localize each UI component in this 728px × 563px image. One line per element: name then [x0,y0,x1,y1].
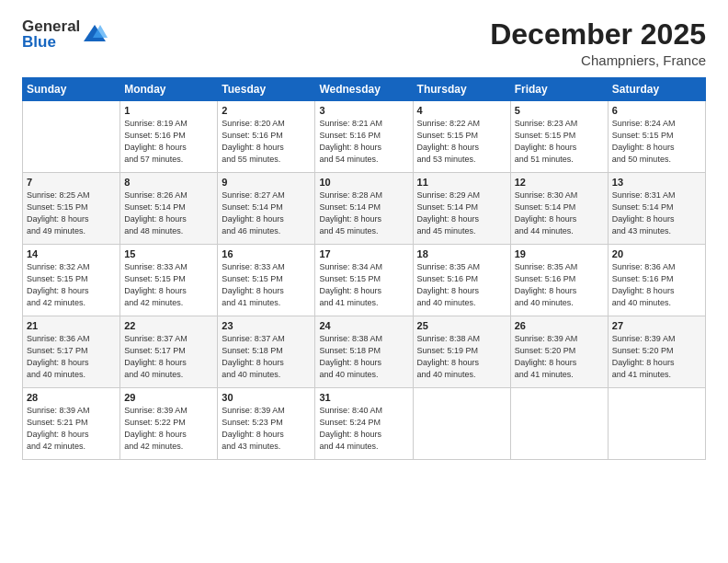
weekday-header-tuesday: Tuesday [218,78,315,101]
day-number: 10 [319,177,408,188]
day-info: Sunrise: 8:29 AM Sunset: 5:14 PM Dayligh… [417,190,506,237]
day-info: Sunrise: 8:30 AM Sunset: 5:14 PM Dayligh… [515,190,604,237]
day-info: Sunrise: 8:39 AM Sunset: 5:20 PM Dayligh… [612,333,701,381]
calendar-cell: 7Sunrise: 8:25 AM Sunset: 5:15 PM Daylig… [23,173,120,245]
calendar-cell: 14Sunrise: 8:32 AM Sunset: 5:15 PM Dayli… [23,245,120,316]
day-number: 7 [27,177,116,188]
location: Champniers, France [490,52,706,68]
calendar-cell: 27Sunrise: 8:39 AM Sunset: 5:20 PM Dayli… [608,316,705,388]
calendar-cell: 12Sunrise: 8:30 AM Sunset: 5:14 PM Dayli… [510,173,608,245]
day-number: 16 [222,248,311,259]
day-number: 3 [319,105,408,116]
logo-icon [82,21,108,47]
calendar-cell: 17Sunrise: 8:34 AM Sunset: 5:15 PM Dayli… [315,245,413,316]
logo-general: General [22,18,80,34]
day-number: 15 [124,248,213,259]
day-number: 4 [417,105,506,116]
day-number: 21 [27,320,116,331]
calendar-cell: 20Sunrise: 8:36 AM Sunset: 5:16 PM Dayli… [608,245,705,316]
week-row-5: 28Sunrise: 8:39 AM Sunset: 5:21 PM Dayli… [23,388,706,460]
day-number: 26 [515,320,604,331]
calendar-cell: 19Sunrise: 8:35 AM Sunset: 5:16 PM Dayli… [510,245,608,316]
calendar-cell: 18Sunrise: 8:35 AM Sunset: 5:16 PM Dayli… [413,245,510,316]
day-info: Sunrise: 8:35 AM Sunset: 5:16 PM Dayligh… [417,261,506,309]
weekday-header-thursday: Thursday [413,78,510,101]
week-row-3: 14Sunrise: 8:32 AM Sunset: 5:15 PM Dayli… [23,245,706,316]
calendar-cell: 30Sunrise: 8:39 AM Sunset: 5:23 PM Dayli… [218,388,315,460]
day-info: Sunrise: 8:19 AM Sunset: 5:16 PM Dayligh… [124,118,213,166]
calendar-cell: 15Sunrise: 8:33 AM Sunset: 5:15 PM Dayli… [120,245,218,316]
day-number: 13 [612,177,701,188]
day-number: 25 [417,320,506,331]
week-row-1: 1Sunrise: 8:19 AM Sunset: 5:16 PM Daylig… [23,101,706,173]
calendar-cell: 25Sunrise: 8:38 AM Sunset: 5:19 PM Dayli… [413,316,510,388]
calendar-cell: 26Sunrise: 8:39 AM Sunset: 5:20 PM Dayli… [510,316,608,388]
weekday-header-wednesday: Wednesday [315,78,413,101]
weekday-header-row: SundayMondayTuesdayWednesdayThursdayFrid… [23,78,706,101]
day-number: 30 [222,392,311,403]
calendar-cell: 4Sunrise: 8:22 AM Sunset: 5:15 PM Daylig… [413,101,510,173]
day-number: 14 [27,248,116,259]
day-number: 27 [612,320,701,331]
calendar-cell [413,388,510,460]
day-number: 12 [515,177,604,188]
calendar-cell: 16Sunrise: 8:33 AM Sunset: 5:15 PM Dayli… [218,245,315,316]
day-number: 9 [222,177,311,188]
weekday-header-sunday: Sunday [23,78,120,101]
day-number: 19 [515,248,604,259]
day-number: 28 [27,392,116,403]
calendar-cell: 11Sunrise: 8:29 AM Sunset: 5:14 PM Dayli… [413,173,510,245]
header: General Blue December 2025 Champniers, F… [22,18,706,68]
day-info: Sunrise: 8:26 AM Sunset: 5:14 PM Dayligh… [124,190,213,237]
day-number: 20 [612,248,701,259]
calendar-cell [510,388,608,460]
calendar-cell: 9Sunrise: 8:27 AM Sunset: 5:14 PM Daylig… [218,173,315,245]
weekday-header-monday: Monday [120,78,218,101]
calendar-cell: 1Sunrise: 8:19 AM Sunset: 5:16 PM Daylig… [120,101,218,173]
day-info: Sunrise: 8:32 AM Sunset: 5:15 PM Dayligh… [27,261,116,309]
day-info: Sunrise: 8:39 AM Sunset: 5:21 PM Dayligh… [27,405,116,453]
day-info: Sunrise: 8:39 AM Sunset: 5:23 PM Dayligh… [222,405,311,453]
day-number: 1 [124,105,213,116]
day-number: 8 [124,177,213,188]
calendar-cell: 6Sunrise: 8:24 AM Sunset: 5:15 PM Daylig… [608,101,705,173]
day-info: Sunrise: 8:25 AM Sunset: 5:15 PM Dayligh… [27,190,116,237]
day-number: 29 [124,392,213,403]
day-number: 24 [319,320,408,331]
logo-blue: Blue [22,34,80,50]
day-number: 6 [612,105,701,116]
calendar-cell: 22Sunrise: 8:37 AM Sunset: 5:17 PM Dayli… [120,316,218,388]
day-number: 18 [417,248,506,259]
day-info: Sunrise: 8:24 AM Sunset: 5:15 PM Dayligh… [612,118,701,166]
logo: General Blue [22,18,108,50]
calendar-cell: 13Sunrise: 8:31 AM Sunset: 5:14 PM Dayli… [608,173,705,245]
calendar-cell [23,101,120,173]
day-info: Sunrise: 8:31 AM Sunset: 5:14 PM Dayligh… [612,190,701,237]
calendar-cell: 8Sunrise: 8:26 AM Sunset: 5:14 PM Daylig… [120,173,218,245]
day-info: Sunrise: 8:35 AM Sunset: 5:16 PM Dayligh… [515,261,604,309]
day-info: Sunrise: 8:21 AM Sunset: 5:16 PM Dayligh… [319,118,408,166]
day-info: Sunrise: 8:37 AM Sunset: 5:18 PM Dayligh… [222,333,311,381]
weekday-header-saturday: Saturday [608,78,705,101]
calendar-cell: 2Sunrise: 8:20 AM Sunset: 5:16 PM Daylig… [218,101,315,173]
day-number: 11 [417,177,506,188]
day-info: Sunrise: 8:34 AM Sunset: 5:15 PM Dayligh… [319,261,408,309]
day-info: Sunrise: 8:33 AM Sunset: 5:15 PM Dayligh… [222,261,311,309]
month-title: December 2025 [490,18,706,51]
calendar-cell: 5Sunrise: 8:23 AM Sunset: 5:15 PM Daylig… [510,101,608,173]
day-info: Sunrise: 8:20 AM Sunset: 5:16 PM Dayligh… [222,118,311,166]
week-row-2: 7Sunrise: 8:25 AM Sunset: 5:15 PM Daylig… [23,173,706,245]
calendar-cell: 31Sunrise: 8:40 AM Sunset: 5:24 PM Dayli… [315,388,413,460]
day-info: Sunrise: 8:23 AM Sunset: 5:15 PM Dayligh… [515,118,604,166]
calendar-cell: 28Sunrise: 8:39 AM Sunset: 5:21 PM Dayli… [23,388,120,460]
day-info: Sunrise: 8:28 AM Sunset: 5:14 PM Dayligh… [319,190,408,237]
day-info: Sunrise: 8:38 AM Sunset: 5:19 PM Dayligh… [417,333,506,381]
calendar-cell [608,388,705,460]
day-number: 2 [222,105,311,116]
day-info: Sunrise: 8:27 AM Sunset: 5:14 PM Dayligh… [222,190,311,237]
week-row-4: 21Sunrise: 8:36 AM Sunset: 5:17 PM Dayli… [23,316,706,388]
weekday-header-friday: Friday [510,78,608,101]
day-number: 23 [222,320,311,331]
calendar-cell: 10Sunrise: 8:28 AM Sunset: 5:14 PM Dayli… [315,173,413,245]
day-info: Sunrise: 8:22 AM Sunset: 5:15 PM Dayligh… [417,118,506,166]
